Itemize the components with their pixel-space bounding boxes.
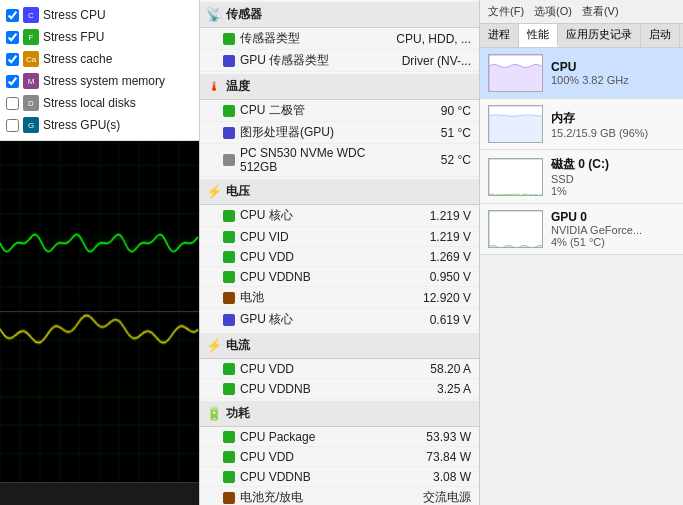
- sensor-row-current-0: CPU VDD 58.20 A: [200, 359, 479, 379]
- stress-item-gpu[interactable]: G Stress GPU(s): [0, 114, 199, 136]
- stress-label-disk: Stress local disks: [43, 96, 136, 110]
- sensor-row-value: 交流电源: [391, 489, 471, 505]
- stress-icon-gpu: G: [23, 117, 39, 133]
- stress-icon-mem: M: [23, 73, 39, 89]
- tab-启动[interactable]: 启动: [641, 24, 680, 47]
- voltage-section-icon: ⚡: [206, 184, 222, 199]
- perf-thumbnail-memory: [488, 105, 543, 143]
- stress-checkbox-disk[interactable]: [6, 97, 19, 110]
- section-header-voltage[interactable]: ⚡ 电压: [200, 179, 479, 205]
- sensor-row-name: 图形处理器(GPU): [240, 124, 391, 141]
- graph-box-pct: [0, 312, 199, 483]
- perf-detail-memory: 15.2/15.9 GB (96%): [551, 127, 675, 139]
- tab-进程[interactable]: 进程: [480, 24, 519, 47]
- section-sensors: 📡 传感器 传感器类型 CPU, HDD, ... GPU 传感器类型 Driv…: [200, 2, 479, 72]
- perf-name-cpu: CPU: [551, 60, 675, 74]
- stress-item-mem[interactable]: M Stress system memory: [0, 70, 199, 92]
- section-header-temperature[interactable]: 🌡 温度: [200, 74, 479, 100]
- section-header-sensors[interactable]: 📡 传感器: [200, 2, 479, 28]
- graph-container: [0, 141, 199, 505]
- sensor-row-temperature-1: 图形处理器(GPU) 51 °C: [200, 122, 479, 144]
- sensor-row-icon: [222, 126, 236, 140]
- stress-item-cache[interactable]: Ca Stress cache: [0, 48, 199, 70]
- voltage-icon: ⚡: [206, 184, 222, 200]
- power-title: 功耗: [226, 405, 250, 422]
- stress-checkbox-cache[interactable]: [6, 53, 19, 66]
- sensor-row-name: CPU VID: [240, 230, 391, 244]
- perf-name-gpu: GPU 0: [551, 210, 675, 224]
- sensor-row-name: CPU VDDNB: [240, 270, 391, 284]
- stress-checkbox-cpu[interactable]: [6, 9, 19, 22]
- sensor-row-name: 电池: [240, 289, 391, 306]
- power-section-icon: 🔋: [206, 406, 222, 421]
- sensor-row-voltage-4: 电池 12.920 V: [200, 287, 479, 309]
- perf-item-disk[interactable]: 磁盘 0 (C:) SSD1%: [480, 150, 683, 204]
- sensor-row-power-1: CPU VDD 73.84 W: [200, 447, 479, 467]
- temperature-section-icon: 🌡: [208, 79, 221, 94]
- sensor-row-value: 0.619 V: [391, 313, 471, 327]
- sensor-row-value: 53.93 W: [391, 430, 471, 444]
- perf-detail-gpu: 4% (51 °C): [551, 236, 675, 248]
- stress-list: C Stress CPU F Stress FPU Ca Stress cach…: [0, 0, 199, 141]
- perf-item-gpu[interactable]: GPU 0 NVIDIA GeForce...4% (51 °C): [480, 204, 683, 255]
- sensor-row-value: 3.25 A: [391, 382, 471, 396]
- perf-thumbnail-cpu: [488, 54, 543, 92]
- temperature-icon: 🌡: [206, 79, 222, 95]
- sensor-row-value: 0.950 V: [391, 270, 471, 284]
- sensor-row-name: CPU 核心: [240, 207, 391, 224]
- toolbar-btn-0[interactable]: 文件(F): [484, 2, 528, 21]
- perf-thumbnail-gpu: [488, 210, 543, 248]
- toolbar-btn-1[interactable]: 选项(O): [530, 2, 576, 21]
- elapsed-bar: [0, 483, 199, 505]
- perf-info-disk: 磁盘 0 (C:) SSD1%: [551, 156, 675, 197]
- sensor-row-icon: [222, 362, 236, 376]
- sensor-row-name: PC SN530 NVMe WDC 512GB: [240, 146, 391, 174]
- sensor-row-value: 1.219 V: [391, 209, 471, 223]
- current-section-icon: ⚡: [206, 338, 222, 353]
- sensor-row-sensors-0: 传感器类型 CPU, HDD, ...: [200, 28, 479, 50]
- sensor-row-name: 电池充/放电: [240, 489, 391, 505]
- stress-checkbox-mem[interactable]: [6, 75, 19, 88]
- section-header-current[interactable]: ⚡ 电流: [200, 333, 479, 359]
- tab-应用历史记录[interactable]: 应用历史记录: [558, 24, 641, 47]
- sensor-row-value: 90 °C: [391, 104, 471, 118]
- sensor-row-icon: [222, 153, 236, 167]
- sensor-row-name: CPU VDD: [240, 362, 391, 376]
- sensor-row-value: 51 °C: [391, 126, 471, 140]
- sensor-row-icon: [222, 313, 236, 327]
- perf-items: CPU 100% 3.82 GHz 内存 15.2/15.9 GB (96%) …: [480, 48, 683, 505]
- stress-item-disk[interactable]: D Stress local disks: [0, 92, 199, 114]
- stress-label-fpu: Stress FPU: [43, 30, 104, 44]
- sensor-row-name: 传感器类型: [240, 30, 391, 47]
- perf-item-memory[interactable]: 内存 15.2/15.9 GB (96%): [480, 99, 683, 150]
- sensor-row-name: CPU VDD: [240, 450, 391, 464]
- stress-label-cache: Stress cache: [43, 52, 112, 66]
- stress-icon-cache: Ca: [23, 51, 39, 67]
- section-header-power[interactable]: 🔋 功耗: [200, 401, 479, 427]
- stress-icon-disk: D: [23, 95, 39, 111]
- stress-item-fpu[interactable]: F Stress FPU: [0, 26, 199, 48]
- temperature-title: 温度: [226, 78, 250, 95]
- sensor-row-name: CPU VDD: [240, 250, 391, 264]
- perf-item-cpu[interactable]: CPU 100% 3.82 GHz: [480, 48, 683, 99]
- sensor-row-power-2: CPU VDDNB 3.08 W: [200, 467, 479, 487]
- stress-checkbox-fpu[interactable]: [6, 31, 19, 44]
- section-voltage: ⚡ 电压 CPU 核心 1.219 V CPU VID 1.219 V CPU …: [200, 179, 479, 331]
- stress-item-cpu[interactable]: C Stress CPU: [0, 4, 199, 26]
- toolbar-btn-2[interactable]: 查看(V): [578, 2, 623, 21]
- stress-checkbox-gpu[interactable]: [6, 119, 19, 132]
- stress-label-gpu: Stress GPU(s): [43, 118, 120, 132]
- right-panel: 文件(F)选项(O)查看(V) 进程性能应用历史记录启动 CPU 100% 3.…: [480, 0, 683, 505]
- sensor-row-value: 3.08 W: [391, 470, 471, 484]
- perf-detail-disk: 1%: [551, 185, 675, 197]
- sensor-row-current-1: CPU VDDNB 3.25 A: [200, 379, 479, 399]
- stress-icon-cpu: C: [23, 7, 39, 23]
- perf-detail-gpu: NVIDIA GeForce...: [551, 224, 675, 236]
- sensor-row-value: 12.920 V: [391, 291, 471, 305]
- tab-性能[interactable]: 性能: [519, 24, 558, 47]
- section-current: ⚡ 电流 CPU VDD 58.20 A CPU VDDNB 3.25 A: [200, 333, 479, 399]
- sensor-row-icon: [222, 470, 236, 484]
- sensor-row-value: 52 °C: [391, 153, 471, 167]
- sensor-row-name: GPU 传感器类型: [240, 52, 391, 69]
- stress-label-mem: Stress system memory: [43, 74, 165, 88]
